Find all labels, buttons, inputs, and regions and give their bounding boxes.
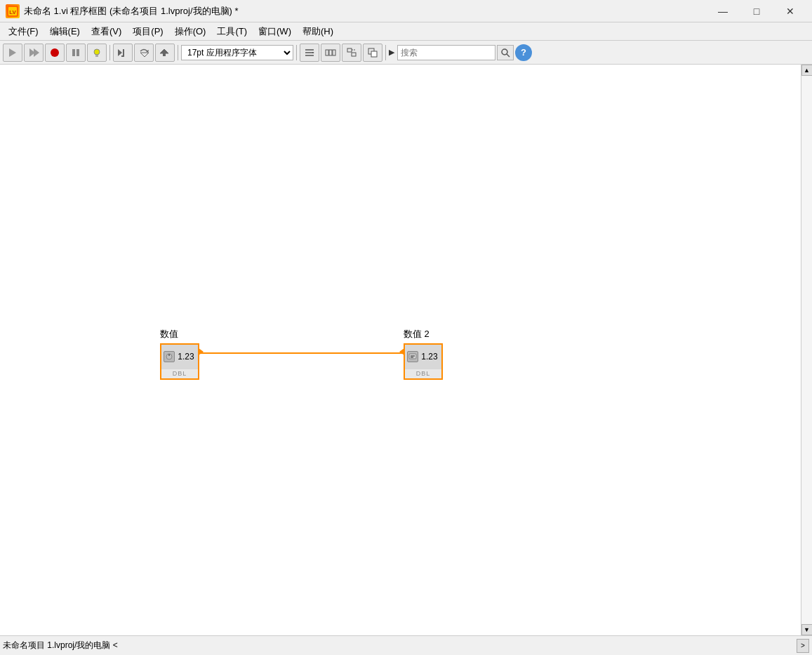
svg-rect-7 bbox=[72, 49, 75, 56]
search-arrow: ▶ bbox=[389, 48, 394, 57]
svg-rect-22 bbox=[326, 50, 328, 55]
node-output-label: 数值 bbox=[160, 328, 178, 340]
run-button[interactable] bbox=[3, 44, 22, 62]
menu-edit[interactable]: 编辑(E) bbox=[44, 23, 86, 40]
order-button[interactable] bbox=[363, 44, 382, 62]
node-output-value: 1.23 bbox=[178, 352, 194, 362]
separator-4 bbox=[385, 45, 386, 60]
step-into-button[interactable] bbox=[113, 44, 133, 62]
menu-view[interactable]: 查看(V) bbox=[86, 23, 127, 40]
svg-marker-11 bbox=[118, 49, 122, 56]
svg-marker-3 bbox=[9, 48, 16, 57]
svg-rect-24 bbox=[333, 50, 335, 55]
svg-marker-5 bbox=[34, 48, 39, 57]
title-bar-left: LV 未命名 1.vi 程序框图 (未命名项目 1.lvproj/我的电脑) * bbox=[6, 4, 239, 18]
step-over-button[interactable] bbox=[134, 44, 154, 62]
svg-point-9 bbox=[94, 49, 100, 55]
node-input-value: 1.23 bbox=[421, 352, 437, 362]
svg-rect-8 bbox=[76, 49, 79, 56]
node-input-label: 数值 2 bbox=[404, 328, 430, 340]
status-text: 未命名项目 1.lvproj/我的电脑 < bbox=[3, 640, 797, 651]
title-bar: LV 未命名 1.vi 程序框图 (未命名项目 1.lvproj/我的电脑) *… bbox=[0, 0, 812, 22]
window-controls: — □ ✕ bbox=[707, 1, 806, 21]
maximize-button[interactable]: □ bbox=[740, 1, 773, 21]
menu-project[interactable]: 项目(P) bbox=[127, 23, 168, 40]
svg-rect-17 bbox=[163, 53, 166, 56]
svg-rect-10 bbox=[95, 55, 98, 57]
scrollbar-right[interactable]: ▲ ▼ bbox=[801, 65, 812, 635]
node-output[interactable]: 数值 1.23 DBL bbox=[160, 328, 199, 380]
svg-rect-29 bbox=[371, 51, 377, 57]
node-input-inner: 1.23 bbox=[405, 345, 441, 369]
menu-bar: 文件(F) 编辑(E) 查看(V) 项目(P) 操作(O) 工具(T) 窗口(W… bbox=[0, 22, 812, 41]
close-button[interactable]: ✕ bbox=[774, 1, 806, 21]
menu-file[interactable]: 文件(F) bbox=[3, 23, 44, 40]
toolbar: 17pt 应用程序字体 ▶ bbox=[0, 41, 812, 65]
svg-marker-15 bbox=[140, 53, 149, 57]
separator-1 bbox=[109, 45, 110, 60]
svg-rect-25 bbox=[347, 48, 352, 52]
node-output-inner: 1.23 bbox=[161, 345, 198, 369]
scroll-down-button[interactable]: ▼ bbox=[801, 624, 813, 635]
node-input-sublabel: DBL bbox=[405, 369, 441, 378]
scroll-up-button[interactable]: ▲ bbox=[801, 65, 813, 76]
svg-rect-23 bbox=[329, 50, 332, 55]
search-input[interactable] bbox=[397, 45, 495, 60]
menu-help[interactable]: 帮助(H) bbox=[297, 23, 339, 40]
minimize-button[interactable]: — bbox=[707, 1, 739, 21]
distribute-button[interactable] bbox=[321, 44, 340, 62]
step-out-button[interactable] bbox=[155, 44, 175, 62]
svg-point-6 bbox=[51, 48, 59, 57]
input-arrow-left bbox=[399, 348, 404, 355]
window-title: 未命名 1.vi 程序框图 (未命名项目 1.lvproj/我的电脑) * bbox=[24, 5, 239, 18]
node-output-sublabel: DBL bbox=[161, 369, 198, 378]
svg-marker-16 bbox=[160, 49, 168, 53]
svg-rect-26 bbox=[352, 53, 356, 56]
main-area: 数值 1.23 DBL 数值 2 bbox=[0, 65, 812, 635]
output-arrow-right bbox=[199, 348, 204, 355]
run-continuous-button[interactable] bbox=[24, 44, 44, 62]
font-selector[interactable]: 17pt 应用程序字体 bbox=[181, 45, 293, 60]
align-button[interactable] bbox=[300, 44, 319, 62]
pause-button[interactable] bbox=[66, 44, 86, 62]
node-output-box[interactable]: 1.23 DBL bbox=[160, 343, 199, 380]
menu-tools[interactable]: 工具(T) bbox=[211, 23, 253, 40]
node-input-box[interactable]: 1.23 DBL bbox=[404, 343, 443, 380]
canvas[interactable]: 数值 1.23 DBL 数值 2 bbox=[0, 65, 801, 635]
svg-point-30 bbox=[502, 49, 507, 55]
svg-rect-12 bbox=[123, 49, 124, 56]
resize-button[interactable] bbox=[342, 44, 361, 62]
status-bar: 未命名项目 1.lvproj/我的电脑 < > bbox=[0, 635, 812, 655]
svg-text:LV: LV bbox=[9, 9, 16, 15]
app-icon: LV bbox=[6, 4, 20, 18]
search-button[interactable] bbox=[497, 45, 514, 60]
scroll-track-right[interactable] bbox=[801, 76, 812, 624]
menu-window[interactable]: 窗口(W) bbox=[253, 23, 297, 40]
separator-3 bbox=[296, 45, 297, 60]
node-input[interactable]: 数值 2 1.23 DBL bbox=[404, 328, 443, 380]
help-button[interactable]: ? bbox=[515, 44, 532, 61]
abort-button[interactable] bbox=[45, 44, 65, 62]
highlight-button[interactable] bbox=[87, 44, 107, 62]
separator-2 bbox=[178, 45, 178, 60]
menu-operate[interactable]: 操作(O) bbox=[169, 23, 212, 40]
svg-line-31 bbox=[507, 54, 510, 57]
status-scroll-right[interactable]: > bbox=[797, 639, 809, 653]
